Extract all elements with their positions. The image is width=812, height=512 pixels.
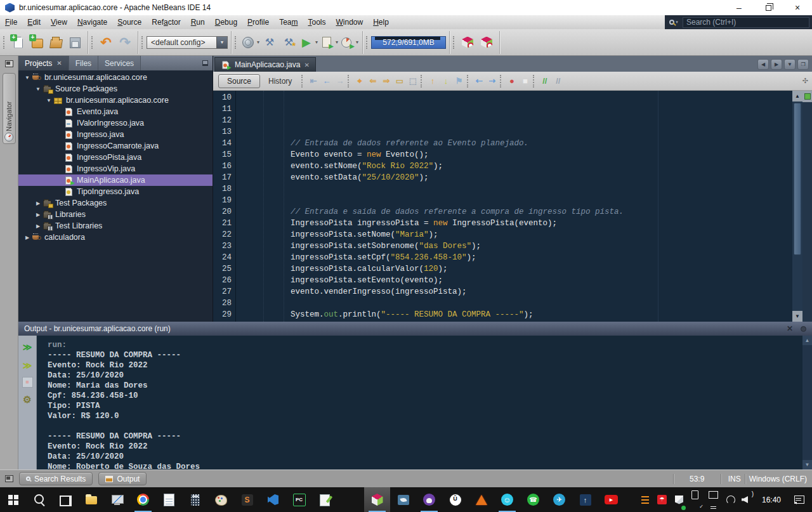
- youtube-taskbar-button[interactable]: [598, 487, 624, 512]
- build-button[interactable]: ⚒: [260, 33, 279, 52]
- clean-build-button[interactable]: ⚒: [279, 33, 298, 52]
- output-scroll-up-icon[interactable]: ▲: [802, 336, 812, 345]
- expanded-arrow-icon[interactable]: ▼: [34, 86, 42, 92]
- tree-item-test-packages[interactable]: ▶Test Packages: [18, 197, 213, 209]
- tree-item-ivaloringresso-java[interactable]: IValorIngresso.java: [18, 117, 213, 129]
- sublime-taskbar-button[interactable]: [234, 487, 260, 512]
- code-line-12[interactable]: Evento evento = new Evento();: [236, 149, 792, 161]
- menu-profile[interactable]: Profile: [242, 16, 274, 29]
- expanded-arrow-icon[interactable]: ▼: [23, 75, 31, 81]
- tree-item-tipoingresso-java[interactable]: TipoIngresso.java: [18, 186, 213, 197]
- scroll-up-icon[interactable]: ▲: [792, 91, 802, 102]
- rect-select-button[interactable]: ⬚: [406, 74, 419, 88]
- editor-vertical-scrollbar[interactable]: ▲ ▼: [792, 91, 802, 322]
- close-output-icon[interactable]: ✕: [787, 324, 793, 333]
- collapsed-arrow-icon[interactable]: ▶: [34, 223, 42, 229]
- menu-team[interactable]: Team: [274, 16, 303, 29]
- redo-button[interactable]: ↷: [115, 33, 134, 52]
- tree-item-ingressocamarote-java[interactable]: IngressoCamarote.java: [18, 140, 213, 152]
- usb-device-tray-button[interactable]: [688, 487, 705, 512]
- code-line-24[interactable]: evento.venderIngresso(ingressoPista);: [236, 286, 792, 298]
- collapsed-arrow-icon[interactable]: ▶: [34, 200, 42, 206]
- smiley-face-app-taskbar-button[interactable]: [494, 487, 520, 512]
- tree-item-libraries[interactable]: ▶Libraries: [18, 209, 213, 220]
- close-tab-icon[interactable]: ✕: [304, 62, 309, 69]
- menu-run[interactable]: Run: [186, 16, 210, 29]
- profiler-record-button[interactable]: [477, 33, 496, 52]
- output-console[interactable]: run:----- RESUMO DA COMPRA -----Evento: …: [37, 336, 802, 469]
- intellij-taskbar-button[interactable]: [338, 487, 364, 512]
- menu-navigate[interactable]: Navigate: [72, 16, 112, 29]
- code-line-18[interactable]: IngressoPista ingressoPista = new Ingres…: [236, 218, 792, 229]
- scroll-tabs-left-button[interactable]: ◀: [757, 59, 769, 70]
- vscode-taskbar-button[interactable]: [260, 487, 286, 512]
- prev-occurrence-button[interactable]: ⇐: [366, 74, 379, 88]
- task-view-taskbar-button[interactable]: [52, 487, 78, 512]
- tree-item-evento-java[interactable]: Evento.java: [18, 106, 213, 117]
- save-all-button[interactable]: [65, 33, 84, 52]
- whatsapp-taskbar-button[interactable]: [520, 487, 546, 512]
- minimize-panel-button[interactable]: [197, 56, 213, 70]
- undo-button[interactable]: ↶: [96, 33, 115, 52]
- code-line-27[interactable]: System.out.println(ingressoPista.mostrar…: [236, 320, 792, 322]
- tree-item-mainaplicacao-java[interactable]: ▶MainAplicacao.java: [18, 174, 213, 186]
- code-line-22[interactable]: ingressoPista.calcularValor(120);: [236, 263, 792, 275]
- code-line-15[interactable]: [236, 183, 792, 195]
- dock-window-icon[interactable]: [5, 60, 13, 67]
- shield-circle-app-taskbar-button[interactable]: [442, 487, 468, 512]
- shift-left-button[interactable]: ⇠: [472, 74, 485, 88]
- dock-window-icon-status[interactable]: [5, 475, 13, 482]
- tree-item-br-unicesumar-aplicacao-core[interactable]: ▼br.unicesumar.aplicacao.core: [18, 72, 213, 83]
- taskbar-clock[interactable]: 16:40: [756, 496, 787, 504]
- rerun-button[interactable]: ≫: [21, 340, 34, 353]
- prev-bookmark-button[interactable]: ↑: [426, 74, 439, 88]
- menu-debug[interactable]: Debug: [210, 16, 242, 29]
- download-queue-tray-button[interactable]: [636, 487, 653, 512]
- code-line-11[interactable]: // Entrada de dados referente ao Evento …: [236, 138, 792, 149]
- comment-button[interactable]: //: [538, 74, 551, 88]
- person-arrow-app-taskbar-button[interactable]: [572, 487, 598, 512]
- editor-tab-mainaplicacao[interactable]: ▶ MainAplicacao.java ✕: [214, 57, 316, 72]
- rerun-changed-button[interactable]: ≫: [21, 358, 34, 372]
- code-line-16[interactable]: [236, 195, 792, 206]
- tree-item-ingresso-java[interactable]: Ingresso.java: [18, 129, 213, 140]
- action-center-button[interactable]: [787, 487, 812, 512]
- menu-window[interactable]: Window: [331, 16, 369, 29]
- netbeans-taskbar-button[interactable]: [364, 487, 390, 512]
- code-editor[interactable]: // Entrada de dados referente ao Evento …: [236, 91, 792, 322]
- profiler-clock-button[interactable]: [458, 33, 477, 52]
- code-line-17[interactable]: // Entrada e saida de dados referente a …: [236, 206, 792, 218]
- calculator-taskbar-button[interactable]: [182, 487, 208, 512]
- output-scrollbar[interactable]: ▲ ▼: [802, 336, 812, 469]
- tree-item-br-unicesumar-aplicacao-core[interactable]: ▼br.unicesumar.aplicacao.core: [18, 95, 213, 106]
- mysql-workbench-taskbar-button[interactable]: [390, 487, 416, 512]
- close-tab-icon[interactable]: ✕: [56, 60, 62, 67]
- menu-view[interactable]: View: [46, 16, 72, 29]
- code-line-25[interactable]: [236, 298, 792, 309]
- code-line-19[interactable]: ingressoPista.setNome("Maria");: [236, 229, 792, 240]
- run-button[interactable]: ▶▾: [298, 33, 318, 52]
- code-line-23[interactable]: ingressoPista.setEvento(evento);: [236, 275, 792, 286]
- code-line-13[interactable]: evento.setNome("Rock Rio 2022");: [236, 161, 792, 172]
- open-project-button[interactable]: [46, 33, 65, 52]
- output-window-button[interactable]: Output: [98, 472, 147, 485]
- last-edit-button[interactable]: ⇤: [306, 74, 320, 88]
- minimize-button[interactable]: –: [724, 0, 754, 15]
- settings-button[interactable]: ⚙: [21, 393, 34, 406]
- shift-right-button[interactable]: ⇢: [485, 74, 499, 88]
- history-view-button[interactable]: History: [260, 75, 300, 88]
- profile-button[interactable]: ▾: [339, 33, 359, 52]
- github-taskbar-button[interactable]: [416, 487, 442, 512]
- volume-tray-button[interactable]: [739, 487, 756, 512]
- windows-security-tray-button[interactable]: [671, 487, 688, 512]
- stop-macro-button[interactable]: ■: [518, 74, 532, 88]
- find-selection-button[interactable]: ⌖: [353, 74, 366, 88]
- menu-help[interactable]: Help: [368, 16, 394, 29]
- search-scope-button[interactable]: ▾: [665, 20, 683, 25]
- expanded-arrow-icon[interactable]: ▼: [45, 98, 53, 103]
- menu-edit[interactable]: Edit: [22, 16, 46, 29]
- notepad-taskbar-button[interactable]: [156, 487, 182, 512]
- paint-taskbar-button[interactable]: [208, 487, 234, 512]
- tab-services[interactable]: Services: [98, 56, 141, 70]
- file-explorer-taskbar-button[interactable]: [78, 487, 104, 512]
